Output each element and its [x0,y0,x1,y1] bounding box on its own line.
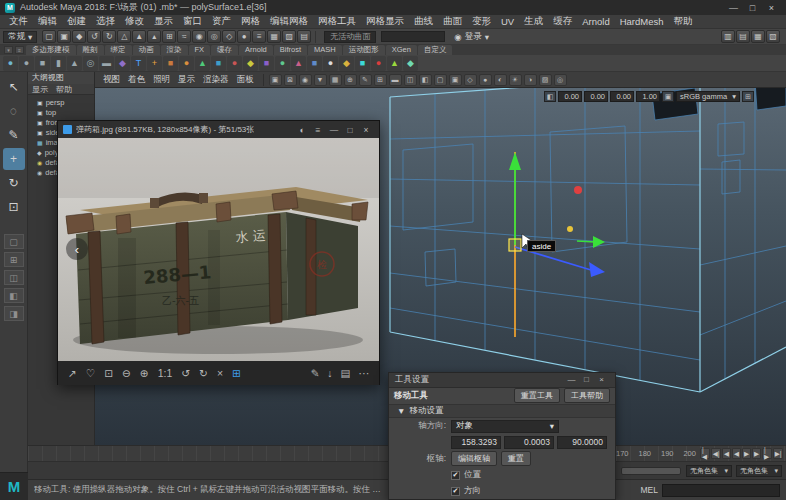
shelf-icon[interactable]: ◆ [115,56,130,71]
panel-menu-item[interactable]: 着色 [124,74,149,86]
status-icon[interactable]: ↻ [102,30,116,43]
menu-item[interactable]: 网格显示 [361,15,409,28]
shelf-icon[interactable]: ◆ [403,56,418,71]
sidebar-toggle-icon[interactable]: ▧ [766,30,780,43]
shelf-icon[interactable]: ◎ [83,56,98,71]
shelf-icon[interactable]: ● [371,56,386,71]
theme-toggle-icon[interactable]: ◐ [294,125,310,135]
viewer-tool-icon[interactable]: ⊖ [122,367,131,379]
panel-icon[interactable]: ◫ [404,74,417,86]
yellow-handle-dot[interactable] [567,226,573,232]
panel-icon[interactable]: ☀ [509,74,522,86]
edit-pivot-button[interactable]: 编辑枢轴 [451,451,497,466]
viewer-tool-icon[interactable]: 1:1 [158,367,173,379]
viewer-tool-icon[interactable]: ⋯ [359,367,370,379]
reset-pivot-button[interactable]: 重置 [501,451,531,466]
panel-icon[interactable]: ◐ [494,74,507,86]
status-icon[interactable]: ▢ [42,30,56,43]
shelf-icon[interactable]: ◆ [339,56,354,71]
tool-icon[interactable]: ↻ [3,172,25,194]
close-button[interactable]: × [762,3,781,13]
shelf-tab[interactable]: 雕刻 [77,45,104,55]
shelf-icon[interactable]: ● [3,56,18,71]
tool-icon[interactable]: + [3,148,25,170]
layout-shortcut-icon[interactable]: ◫ [4,270,24,285]
menu-item[interactable]: 曲线 [409,15,438,28]
shelf-tab[interactable]: 绑定 [105,45,132,55]
sidebar-toggle-icon[interactable]: ▦ [751,30,765,43]
image-viewer-title-bar[interactable]: 弹药箱.jpg (891.57KB, 1280x854像素) - 第51/53张… [58,121,379,138]
panel-icon[interactable]: ▬ [389,74,402,86]
outliner-menu-item[interactable]: 帮助 [56,84,72,95]
playback-button[interactable]: ▶| [773,448,783,459]
panel-menu-item[interactable]: 渲染器 [199,74,233,86]
exposure-value-field[interactable]: 0.00 [558,91,582,102]
shelf-tab[interactable]: 渲染 [161,45,188,55]
playback-button[interactable]: |▶ [762,448,772,459]
live-surface-indicator[interactable]: 无活动曲面 [324,31,376,43]
shelf-tab[interactable]: 自定义 [418,45,453,55]
panel-icon[interactable]: ✎ [359,74,372,86]
shelf-menu-icons[interactable]: ▾≡ [4,46,24,54]
playback-button[interactable]: ◀| [711,448,721,459]
shelf-icon[interactable]: ● [275,56,290,71]
menu-item[interactable]: 选择 [91,15,120,28]
shelf-icon[interactable]: + [147,56,162,71]
menu-item[interactable]: 资产 [207,15,236,28]
playback-button[interactable]: |◀ [700,448,710,459]
command-line-input[interactable] [662,484,780,497]
tool-icon[interactable]: ↖ [3,76,25,98]
menu-item[interactable]: 文件 [4,15,33,28]
viewer-tool-icon[interactable]: ↓ [327,367,332,379]
menu-item[interactable]: 编辑 [33,15,62,28]
x-axis-handle[interactable] [577,241,595,242]
panel-menu-item[interactable]: 照明 [149,74,174,86]
outliner-item[interactable]: ▣ top [28,107,94,117]
menu-item[interactable]: 网格工具 [313,15,361,28]
center-handle[interactable] [509,239,521,251]
viewer-tool-icon[interactable]: ♡ [86,367,95,379]
tool-help-button[interactable]: 工具帮助 [564,388,610,403]
shelf-icon[interactable]: ■ [355,56,370,71]
workspace-selector[interactable]: 常规 ▾ [3,31,37,43]
panel-icon[interactable]: ● [479,74,492,86]
playback-button[interactable]: ◀ [722,448,731,459]
menu-item[interactable]: 窗口 [178,15,207,28]
axis-value-field[interactable]: 0.0003 [504,436,554,449]
panel-icon[interactable]: ▢ [434,74,447,86]
shelf-tab[interactable]: FX [189,45,211,55]
shelf-icon[interactable]: ■ [163,56,178,71]
status-icon[interactable]: ▴ [147,30,161,43]
shelf-tab[interactable]: XGen [386,45,417,55]
gamma-icon[interactable]: ▣ [662,91,674,102]
panel-menu-item[interactable]: 面板 [233,74,258,86]
move-settings-section-header[interactable]: ▼ 移动设置 [389,404,615,418]
panel-icon[interactable]: ◑ [524,74,537,86]
layout-shortcut-icon[interactable]: ◨ [4,306,24,321]
exposure-value-field[interactable]: 0.00 [610,91,634,102]
viewer-maximize-button[interactable]: □ [342,125,358,135]
previous-image-button[interactable]: ‹ [66,238,88,260]
shelf-tab[interactable]: Arnold [239,45,273,55]
tool-icon[interactable]: ◌ [3,100,25,122]
menu-item[interactable]: 生成 [519,15,548,28]
shelf-icon[interactable]: ● [19,56,34,71]
menu-item[interactable]: Arnold [577,16,614,27]
mel-label[interactable]: MEL [641,485,658,495]
red-axis-marker[interactable] [574,186,582,194]
panel-icon[interactable]: ⊞ [374,74,387,86]
panel-icon[interactable]: ▣ [449,74,462,86]
shelf-icon[interactable]: ▲ [387,56,402,71]
viewer-tool-icon[interactable]: ↻ [199,367,208,379]
shelf-icon[interactable]: T [131,56,146,71]
shelf-icon[interactable]: ■ [35,56,50,71]
shelf-icon[interactable]: ▮ [51,56,66,71]
layout-shortcut-icon[interactable]: ▢ [4,234,24,249]
status-icon[interactable]: ◆ [72,30,86,43]
sign-in-button[interactable]: ◉ 登录 ▾ [454,31,489,43]
playback-button[interactable]: ◀ [732,448,741,459]
panel-menu-item[interactable]: 显示 [174,74,199,86]
menu-item[interactable]: 帮助 [669,15,698,28]
menu-item[interactable]: 网格 [236,15,265,28]
snapshot-icon[interactable]: ⊞ [742,91,754,102]
